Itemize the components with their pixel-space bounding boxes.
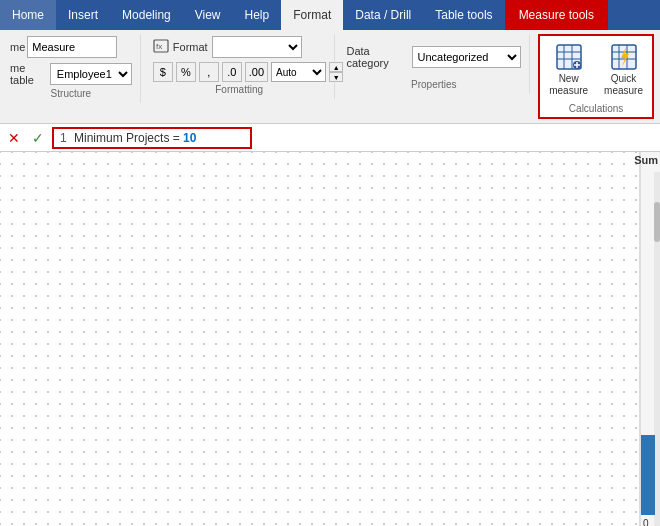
svg-text:fx: fx <box>156 42 162 51</box>
tab-format[interactable]: Format <box>281 0 343 30</box>
formatting-group: fx Format General Number Currency Percen… <box>149 34 335 99</box>
new-measure-button[interactable]: Newmeasure <box>543 39 594 101</box>
structure-group: me me table Employee1 Structure <box>6 34 141 103</box>
chart-value-label: 0 <box>643 518 649 526</box>
confirm-button[interactable]: ✓ <box>28 128 48 148</box>
canvas-dotted-background <box>0 152 639 526</box>
tab-modeling[interactable]: Modeling <box>110 0 183 30</box>
table-select[interactable]: Employee1 <box>50 63 132 85</box>
currency-button[interactable]: $ <box>153 62 173 82</box>
format-text-label: Format <box>173 41 208 53</box>
tab-home[interactable]: Home <box>0 0 56 30</box>
format-icon: fx <box>153 39 169 53</box>
calculations-group: Newmeasure Quickmeasure <box>538 34 654 119</box>
auto-select[interactable]: Auto <box>271 62 326 82</box>
tab-insert[interactable]: Insert <box>56 0 110 30</box>
quick-measure-icon <box>610 43 638 71</box>
formula-line-number: 1 <box>60 131 67 145</box>
sum-label: Sum <box>634 154 658 166</box>
formula-content[interactable]: 1 Minimum Projects = 10 <box>52 127 252 149</box>
structure-group-content: me me table Employee1 <box>10 36 132 86</box>
new-measure-icon <box>555 43 583 71</box>
chart-bar <box>641 435 655 515</box>
formatting-label: Formatting <box>153 82 326 95</box>
name-input[interactable] <box>27 36 117 58</box>
canvas-area <box>0 152 640 526</box>
format-label: fx <box>153 39 169 55</box>
name-field-row: me me table Employee1 <box>10 36 132 86</box>
decimal-inc-button[interactable]: .0 <box>222 62 242 82</box>
comma-button[interactable]: , <box>199 62 219 82</box>
tab-table-tools[interactable]: Table tools <box>423 0 504 30</box>
calculations-label: Calculations <box>543 103 649 114</box>
formatting-group-content: fx Format General Number Currency Percen… <box>153 36 326 82</box>
structure-label: Structure <box>10 86 132 99</box>
percent-button[interactable]: % <box>176 62 196 82</box>
formula-bar: ✕ ✓ 1 Minimum Projects = 10 <box>0 124 660 152</box>
formula-value: 10 <box>183 131 196 145</box>
name-label: me <box>10 41 25 53</box>
formula-text: Minimum Projects <box>74 131 173 145</box>
format-bottom-row: $ % , .0 .00 Auto ▲ ▼ <box>153 62 343 82</box>
quick-measure-label: Quickmeasure <box>604 73 643 97</box>
formula-equals: = <box>173 131 183 145</box>
properties-group-content: Data category Uncategorized Address City… <box>347 36 522 77</box>
tab-view[interactable]: View <box>183 0 233 30</box>
tab-help[interactable]: Help <box>233 0 282 30</box>
right-panel: Sum 0 <box>640 152 660 526</box>
decimal-dec-button[interactable]: .00 <box>245 62 268 82</box>
calculations-group-content: Newmeasure Quickmeasure <box>543 39 649 101</box>
data-category-select[interactable]: Uncategorized Address City Country <box>412 46 521 68</box>
format-select[interactable]: General Number Currency Percentage <box>212 36 302 58</box>
properties-label: Properties <box>347 77 522 90</box>
spinner-up[interactable]: ▲ <box>329 62 343 72</box>
data-category-label: Data category <box>347 45 409 69</box>
tab-data-drill[interactable]: Data / Drill <box>343 0 423 30</box>
tab-measure-tools[interactable]: Measure tools <box>505 0 608 30</box>
spinner: ▲ ▼ <box>329 62 343 82</box>
scrollbar-thumb[interactable] <box>654 202 660 242</box>
cancel-button[interactable]: ✕ <box>4 128 24 148</box>
ribbon-tabs: Home Insert Modeling View Help Format Da… <box>0 0 660 30</box>
new-measure-label: Newmeasure <box>549 73 588 97</box>
main-area: Sum 0 <box>0 152 660 526</box>
quick-measure-button[interactable]: Quickmeasure <box>598 39 649 101</box>
properties-group: Data category Uncategorized Address City… <box>343 34 531 94</box>
spinner-down[interactable]: ▼ <box>329 72 343 82</box>
format-top-row: fx Format General Number Currency Percen… <box>153 36 302 58</box>
ribbon-body: me me table Employee1 Structure <box>0 30 660 124</box>
table-label: me table <box>10 62 48 86</box>
